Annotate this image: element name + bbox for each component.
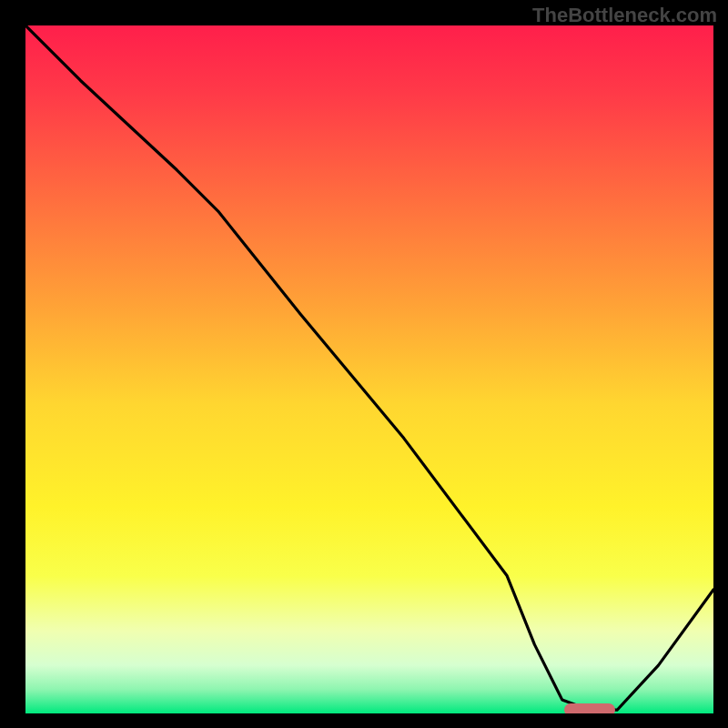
optimal-marker	[564, 703, 615, 713]
plot-area	[25, 25, 713, 713]
bottleneck-curve	[25, 25, 713, 713]
watermark-text: TheBottleneck.com	[532, 4, 717, 27]
chart-container: TheBottleneck.com	[0, 0, 728, 728]
